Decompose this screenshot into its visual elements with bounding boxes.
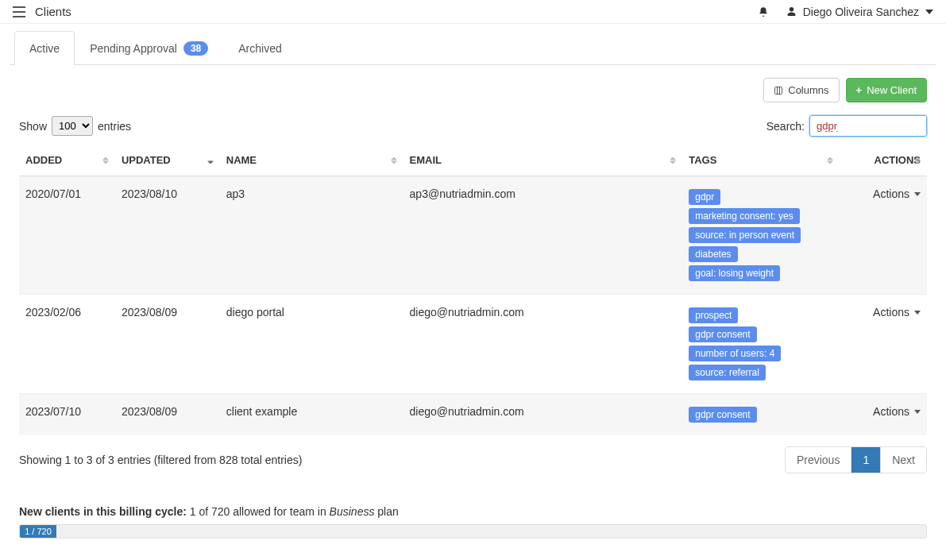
show-entries: Show 100 entries (19, 116, 131, 136)
actions-label: Actions (873, 187, 909, 200)
clients-table: ADDED UPDATED NAME EMAIL TAGS (19, 145, 927, 435)
tag[interactable]: gdpr consent (689, 326, 756, 342)
topbar: Clients Diego Oliveira Sanchez (0, 0, 946, 24)
actions-button[interactable]: Actions (873, 405, 921, 418)
tab-pending-approval[interactable]: Pending Approval 38 (75, 31, 223, 65)
sort-icon (102, 156, 109, 164)
tab-pending-label: Pending Approval (90, 42, 177, 55)
sort-icon (914, 156, 921, 164)
caret-down-icon (914, 192, 921, 196)
cell-tags: prospectgdpr consentnumber of users: 4so… (682, 295, 840, 394)
new-client-button[interactable]: + New Client (846, 78, 927, 102)
cell-actions: Actions (840, 394, 927, 436)
tag[interactable]: gdpr consent (689, 407, 756, 423)
sort-icon (391, 156, 397, 164)
cell-updated: 2023/08/10 (115, 176, 220, 295)
topbar-right: Diego Oliveira Sanchez (758, 6, 933, 18)
col-updated[interactable]: UPDATED (115, 145, 220, 176)
cell-email: diego@nutriadmin.com (403, 394, 683, 436)
cell-added: 2020/07/01 (19, 176, 115, 295)
tag[interactable]: marketing consent: yes (689, 208, 799, 224)
svg-rect-0 (775, 87, 782, 95)
table-row[interactable]: 2023/07/102023/08/09client examplediego@… (19, 394, 927, 436)
tab-active-label: Active (29, 42, 60, 55)
user-menu[interactable]: Diego Oliveira Sanchez (786, 6, 933, 18)
actions-button[interactable]: Actions (873, 187, 921, 200)
table-controls: Show 100 entries Search: (10, 112, 936, 145)
actions-label: Actions (873, 306, 909, 319)
tag[interactable]: number of users: 4 (689, 346, 781, 361)
prev-button[interactable]: Previous (786, 447, 851, 473)
actions-label: Actions (873, 405, 909, 418)
page-size-select[interactable]: 100 (52, 116, 93, 136)
new-client-label: New Client (867, 84, 917, 96)
cell-updated: 2023/08/09 (115, 295, 220, 394)
tag[interactable]: goal: losing weight (689, 265, 780, 281)
progress-bar-fill: 1 / 720 (20, 525, 56, 538)
cell-tags: gdpr consent (682, 394, 840, 436)
show-label: Show (19, 120, 47, 133)
columns-button[interactable]: Columns (763, 78, 839, 102)
search-label: Search: (766, 120, 805, 133)
cell-updated: 2023/08/09 (115, 394, 220, 436)
cell-tags: gdprmarketing consent: yessource: in per… (682, 176, 840, 295)
columns-icon (774, 84, 783, 96)
user-icon (786, 6, 797, 17)
billing-section: New clients in this billing cycle: 1 of … (10, 485, 936, 545)
sort-icon (670, 156, 676, 164)
table-row[interactable]: 2020/07/012023/08/10ap3ap3@nutriadmin.co… (19, 176, 927, 295)
col-actions[interactable]: ACTIONS (840, 145, 927, 176)
sort-icon (827, 156, 833, 164)
cell-added: 2023/07/10 (19, 394, 115, 436)
tag[interactable]: source: in person event (689, 227, 801, 243)
tabs: Active Pending Approval 38 Archived (10, 30, 936, 65)
bell-icon[interactable] (758, 6, 769, 17)
billing-text: New clients in this billing cycle: 1 of … (19, 505, 927, 518)
sort-icon (207, 156, 214, 164)
cell-name: client example (220, 394, 403, 436)
next-button[interactable]: Next (881, 447, 926, 473)
page-1-button[interactable]: 1 (851, 447, 881, 473)
cell-email: diego@nutriadmin.com (403, 295, 683, 394)
content: Active Pending Approval 38 Archived Colu… (0, 30, 946, 560)
tag[interactable]: diabetes (689, 246, 737, 262)
col-email[interactable]: EMAIL (403, 145, 683, 176)
pending-badge: 38 (183, 41, 208, 56)
cell-added: 2023/02/06 (19, 295, 115, 394)
columns-button-label: Columns (788, 84, 828, 96)
billing-after-plan: plan (374, 505, 398, 518)
cell-name: ap3 (220, 176, 403, 295)
actions-button[interactable]: Actions (873, 306, 921, 319)
pagination: Previous 1 Next (785, 446, 927, 473)
col-tags[interactable]: TAGS (682, 145, 840, 176)
cell-actions: Actions (840, 295, 927, 394)
menu-icon[interactable] (13, 6, 25, 17)
cell-email: ap3@nutriadmin.com (403, 176, 683, 295)
progress-bar-track: 1 / 720 (19, 524, 927, 539)
col-added[interactable]: ADDED (19, 145, 115, 176)
col-name[interactable]: NAME (220, 145, 403, 176)
billing-plan: Business (330, 505, 375, 518)
billing-before-plan: 1 of 720 allowed for team in (187, 505, 330, 518)
cell-actions: Actions (840, 176, 927, 295)
toolbar: Columns + New Client (10, 65, 936, 112)
topbar-left: Clients (13, 5, 71, 18)
search-block: Search: (766, 115, 927, 137)
billing-label: New clients in this billing cycle: (19, 505, 187, 518)
table-row[interactable]: 2023/02/062023/08/09diego portaldiego@nu… (19, 295, 927, 394)
tab-active[interactable]: Active (14, 31, 75, 65)
tag[interactable]: source: referral (689, 365, 766, 380)
plus-icon: + (856, 84, 863, 96)
cell-name: diego portal (220, 295, 403, 394)
search-input[interactable] (809, 115, 927, 137)
page-title: Clients (35, 5, 71, 18)
entries-label: entries (98, 120, 131, 133)
table-footer: Showing 1 to 3 of 3 entries (filtered fr… (10, 435, 936, 485)
tag[interactable]: prospect (689, 307, 738, 323)
tab-archived[interactable]: Archived (223, 31, 296, 65)
tab-archived-label: Archived (238, 42, 281, 55)
tag[interactable]: gdpr (689, 189, 720, 205)
caret-down-icon (914, 311, 921, 315)
entries-info: Showing 1 to 3 of 3 entries (filtered fr… (19, 454, 302, 466)
caret-down-icon (914, 410, 921, 414)
